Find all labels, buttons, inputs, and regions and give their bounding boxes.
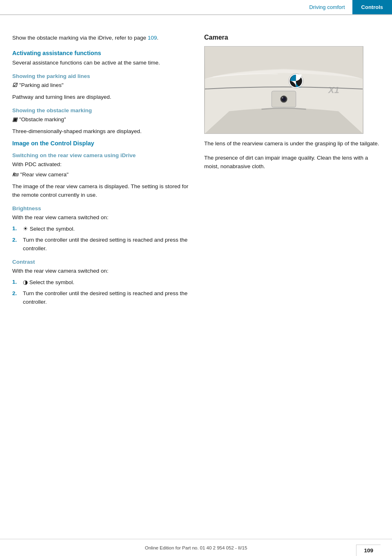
- obstacle-icon: ▣: [12, 116, 17, 122]
- activating-body: Several assistance functions can be acti…: [12, 59, 192, 67]
- brightness-icon: ☀: [23, 225, 28, 232]
- obstacle-heading: Showing the obstacle marking: [12, 107, 192, 113]
- switching-heading: Switching on the rear view camera using …: [12, 152, 192, 158]
- page-number: 109: [356, 545, 381, 556]
- brightness-step1: 1. ☀ Select the symbol.: [12, 225, 192, 234]
- step1-num: 1.: [12, 225, 19, 233]
- right-column: Camera: [204, 34, 380, 311]
- step2-num: 2.: [12, 236, 19, 245]
- content-area: Show the obstacle marking via the iDrive…: [0, 22, 392, 327]
- activating-heading: Activating assistance functions: [12, 50, 192, 56]
- svg-point-5: [282, 97, 283, 98]
- switching-pdc: With PDC activated:: [12, 160, 192, 169]
- contrast-step1-text: Select the symbol.: [29, 279, 74, 285]
- image-control-heading: Image on the Control Display: [12, 140, 192, 147]
- brightness-step1-text: Select the symbol.: [30, 226, 75, 232]
- camera-heading: Camera: [204, 34, 380, 41]
- intro-paragraph: Show the obstacle marking via the iDrive…: [12, 34, 192, 42]
- brightness-step2: 2. Turn the controller until the desired…: [12, 236, 192, 253]
- contrast-icon: ◑: [23, 279, 28, 285]
- svg-text:X1: X1: [328, 85, 339, 95]
- page-link[interactable]: 109: [148, 35, 157, 41]
- parking-section: Showing the parking aid lines ☑ "Parking…: [12, 73, 192, 102]
- switching-section: Switching on the rear view camera using …: [12, 152, 192, 200]
- brightness-heading: Brightness: [12, 205, 192, 211]
- obstacle-section: Showing the obstacle marking ▣ "Obstacle…: [12, 107, 192, 136]
- contrast-steps: 1. ◑ Select the symbol. 2. Turn the cont…: [12, 278, 192, 307]
- page-footer: Online Edition for Part no. 01 40 2 954 …: [0, 539, 392, 556]
- left-column: Show the obstacle marking via the iDrive…: [12, 34, 192, 311]
- switching-body: The image of the rear view camera is dis…: [12, 182, 192, 200]
- obstacle-body: Three-dimensionally-shaped markings are …: [12, 127, 192, 136]
- contrast-heading: Contrast: [12, 259, 192, 265]
- obstacle-symbol-label: "Obstacle marking": [19, 116, 66, 124]
- switching-symbol-label: "Rear view camera": [20, 171, 68, 179]
- parking-icon: ☑: [12, 82, 17, 88]
- step2-content: Turn the controller until the desired se…: [23, 236, 192, 253]
- step1-content: ☀ Select the symbol.: [23, 225, 192, 234]
- footer-text: Online Edition for Part no. 01 40 2 954 …: [145, 545, 247, 550]
- header-controls: Controls: [352, 0, 392, 14]
- brightness-section: Brightness With the rear view camera swi…: [12, 205, 192, 253]
- camera-svg: X1: [205, 47, 363, 133]
- camera-text1: The lens of the rearview camera is under…: [204, 140, 380, 148]
- header-divider: [0, 15, 392, 15]
- contrast-step1-num: 1.: [12, 278, 19, 287]
- parking-heading: Showing the parking aid lines: [12, 73, 192, 79]
- intro-text-after: .: [157, 35, 158, 41]
- brightness-steps: 1. ☀ Select the symbol. 2. Turn the cont…: [12, 225, 192, 253]
- contrast-intro: With the rear view camera switched on:: [12, 267, 192, 276]
- obstacle-symbol-line: ▣ "Obstacle marking": [12, 116, 192, 126]
- driving-comfort-label: Driving comfort: [309, 4, 345, 10]
- contrast-step2-content: Turn the controller until the desired se…: [23, 289, 192, 307]
- contrast-step2: 2. Turn the controller until the desired…: [12, 289, 192, 307]
- parking-symbol-line: ☑ "Parking aid lines": [12, 81, 192, 92]
- brightness-intro: With the rear view camera switched on:: [12, 214, 192, 222]
- camera-text2: The presence of dirt can impair image qu…: [204, 154, 380, 171]
- contrast-step2-num: 2.: [12, 289, 19, 298]
- camera-image: X1: [204, 46, 363, 134]
- intro-text-before: Show the obstacle marking via the iDrive…: [12, 35, 148, 41]
- activating-section: Activating assistance functions Several …: [12, 50, 192, 67]
- contrast-step1-content: ◑ Select the symbol.: [23, 278, 192, 287]
- contrast-section: Contrast With the rear view camera switc…: [12, 259, 192, 307]
- page-header: Driving comfort Controls: [0, 0, 392, 15]
- rear-camera-icon: R⊡: [12, 172, 18, 178]
- image-control-section: Image on the Control Display: [12, 140, 192, 147]
- parking-body: Pathway and turning lines are displayed.: [12, 93, 192, 102]
- contrast-step1: 1. ◑ Select the symbol.: [12, 278, 192, 287]
- controls-label: Controls: [361, 4, 383, 10]
- parking-symbol-label: "Parking aid lines": [19, 81, 64, 90]
- header-driving-comfort: Driving comfort: [302, 0, 352, 14]
- switching-symbol-line: R⊡ "Rear view camera": [12, 171, 192, 181]
